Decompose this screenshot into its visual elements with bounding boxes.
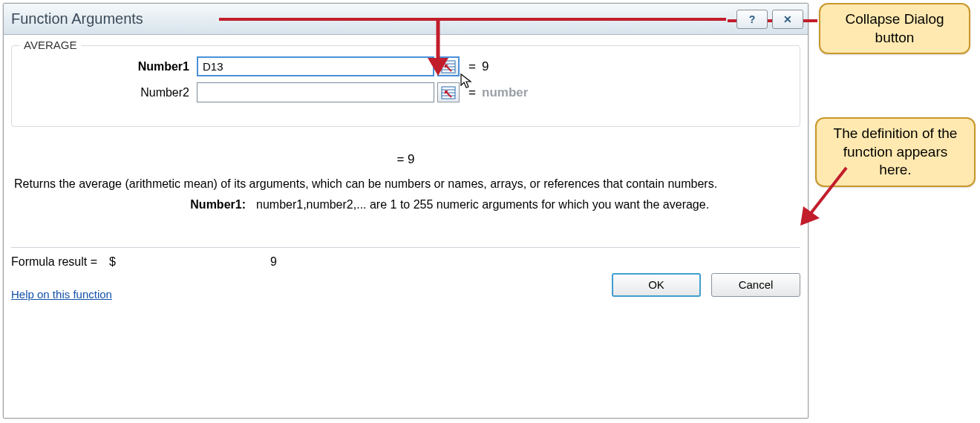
arg-input-number2[interactable] bbox=[197, 82, 434, 102]
equals-sign: = bbox=[460, 85, 482, 100]
function-arguments-dialog: Function Arguments ? ✕ AVERAGE Number1 bbox=[3, 3, 808, 419]
callout-collapse-dialog: Collapse Dialog button bbox=[819, 3, 970, 54]
collapse-dialog-button-number2[interactable] bbox=[437, 82, 460, 102]
divider bbox=[11, 247, 800, 248]
arg-input-number1[interactable] bbox=[197, 56, 434, 76]
collapse-dialog-button-number1[interactable] bbox=[437, 56, 460, 76]
arguments-group: AVERAGE Number1 = 9 bbox=[11, 45, 800, 127]
arg-result-number2: number bbox=[482, 85, 528, 100]
dialog-content: AVERAGE Number1 = 9 bbox=[4, 35, 808, 418]
collapse-dialog-icon bbox=[441, 86, 456, 99]
function-name-label: AVERAGE bbox=[19, 39, 81, 51]
argument-help-label: Number1: bbox=[11, 198, 256, 212]
collapse-dialog-icon bbox=[441, 60, 456, 73]
help-button[interactable]: ? bbox=[736, 10, 768, 29]
dialog-action-buttons: OK Cancel bbox=[612, 273, 800, 297]
ok-button[interactable]: OK bbox=[612, 273, 701, 297]
titlebar-button-group: ? ✕ bbox=[736, 10, 803, 29]
callout-function-definition: The definition of the function appears h… bbox=[815, 117, 976, 187]
arg-label-number2: Number2 bbox=[22, 86, 197, 99]
footer-row: Formula result = $ 9 OK Cancel bbox=[11, 255, 800, 269]
argument-row-number2: Number2 = number bbox=[22, 82, 789, 102]
formula-result-currency: $ bbox=[109, 255, 121, 269]
annotation-arrow-horizontal-segment bbox=[219, 18, 726, 21]
dialog-title: Function Arguments bbox=[11, 10, 143, 27]
cancel-button[interactable]: Cancel bbox=[711, 273, 800, 297]
argument-row-number1: Number1 = 9 bbox=[22, 56, 789, 76]
formula-result-value: 9 bbox=[270, 255, 277, 269]
formula-result-label: Formula result = bbox=[11, 255, 105, 269]
argument-help-text: number1,number2,... are 1 to 255 numeric… bbox=[256, 198, 800, 212]
equals-sign: = bbox=[460, 59, 482, 74]
titlebar: Function Arguments ? ✕ bbox=[4, 4, 808, 35]
arg-label-number1: Number1 bbox=[22, 60, 197, 73]
argument-help-row: Number1: number1,number2,... are 1 to 25… bbox=[11, 198, 800, 212]
function-description: Returns the average (arithmetic mean) of… bbox=[14, 176, 800, 192]
arg-result-number1: 9 bbox=[482, 59, 489, 74]
overall-result: = 9 bbox=[11, 152, 800, 167]
close-button[interactable]: ✕ bbox=[772, 10, 803, 29]
